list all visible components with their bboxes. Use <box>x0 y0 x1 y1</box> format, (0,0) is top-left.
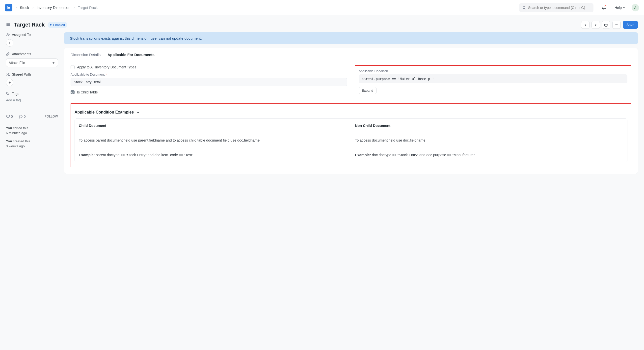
attach-file-button[interactable]: Attach File <box>6 59 58 67</box>
expand-button[interactable]: Expand <box>359 87 376 94</box>
sidebar-toggle[interactable] <box>6 22 11 28</box>
svg-point-8 <box>618 25 618 25</box>
chevron-left-icon <box>584 23 587 27</box>
svg-point-17 <box>8 73 9 74</box>
table-row: Example: parent.doctype == "Stock Entry"… <box>75 148 627 162</box>
prev-button[interactable] <box>581 21 590 29</box>
apply-all-checkbox[interactable]: Apply to All Inventory Document Types <box>70 65 347 69</box>
created-verb: created this <box>13 139 30 143</box>
like-button[interactable]: 0 <box>6 115 13 119</box>
chevron-down-icon <box>623 6 626 9</box>
created-meta: You created this 3 weeks ago <box>6 139 58 149</box>
created-time: 3 weeks ago <box>6 144 25 148</box>
crumb-inventory-dimension[interactable]: Inventory Dimension <box>37 6 70 10</box>
svg-point-16 <box>7 73 8 74</box>
examples-table: Child Document Non Child Document To acc… <box>74 119 628 162</box>
left-column: Apply to All Inventory Document Types Ap… <box>70 65 347 98</box>
chevron-right-icon <box>32 6 34 10</box>
cell-nonchild-example: doc.doctype == "Stock Entry" and doc.pur… <box>371 153 475 157</box>
sidebar-divider <box>6 122 58 122</box>
add-assignee-button[interactable] <box>6 39 14 47</box>
search-input[interactable] <box>519 3 594 12</box>
plus-icon <box>8 41 12 45</box>
page-header: Target Rack Enabled Save <box>0 15 644 32</box>
help-label: Help <box>614 6 622 10</box>
cell-child-example: parent.doctype == "Stock Entry" and doc.… <box>94 153 193 157</box>
tag-icon <box>6 92 10 96</box>
search-field[interactable] <box>528 6 590 10</box>
logo-letter: E <box>7 5 10 10</box>
add-share-button[interactable] <box>6 79 14 86</box>
assigned-to-label: Assigned To <box>12 33 31 37</box>
applicable-to-input[interactable] <box>70 78 347 86</box>
chevron-right-icon <box>594 23 598 27</box>
nav-actions: Help A <box>600 4 639 12</box>
breadcrumb: Stock Inventory Dimension Target Rack <box>15 6 98 10</box>
tab-dimension-details[interactable]: Dimension Details <box>70 53 100 60</box>
edited-verb: edited this <box>13 126 28 130</box>
dots-icon <box>614 23 618 27</box>
comment-icon <box>19 115 23 119</box>
svg-point-6 <box>615 25 616 25</box>
table-row: To access parent document field use pare… <box>75 133 627 148</box>
notification-dot <box>605 5 606 6</box>
svg-line-1 <box>525 9 526 9</box>
applicable-to-label: Applicable to Document * <box>70 73 347 76</box>
avatar[interactable]: A <box>632 4 639 12</box>
help-menu[interactable]: Help <box>614 6 626 10</box>
checkbox-checked-icon <box>70 90 74 94</box>
header-actions: Save <box>581 21 638 29</box>
tabs: Dimension Details Applicable For Documen… <box>64 48 638 60</box>
edited-time: 6 minutes ago <box>6 131 27 135</box>
is-child-checkbox[interactable]: Is Child Table <box>70 90 347 94</box>
plus-icon <box>8 81 12 84</box>
applicable-condition-label: Applicable Condition <box>359 69 628 73</box>
plus-icon <box>52 61 55 65</box>
svg-point-7 <box>616 25 617 25</box>
svg-point-0 <box>523 6 525 9</box>
alert-text: Stock transactions exists against this d… <box>70 36 202 40</box>
status-text: Enabled <box>53 23 65 27</box>
more-button[interactable] <box>612 21 621 29</box>
edited-meta: You edited this 6 minutes ago <box>6 126 58 136</box>
examples-head-nonchild: Non Child Document <box>351 119 627 133</box>
examples-section-header[interactable]: Applicable Condition Examples <box>74 107 628 119</box>
cell-nonchild-desc: To access document field use doc.fieldna… <box>351 133 627 148</box>
is-child-label: Is Child Table <box>77 90 98 94</box>
comments-count: 0 <box>24 115 26 119</box>
examples-title: Applicable Condition Examples <box>74 110 134 115</box>
status-badge: Enabled <box>48 22 67 28</box>
comments-button[interactable]: 0 <box>19 115 26 119</box>
app-logo[interactable]: E <box>5 4 12 12</box>
applicable-condition-highlight: Applicable Condition parent.purpose == '… <box>355 65 631 98</box>
print-button[interactable] <box>602 21 610 29</box>
users-icon <box>6 72 10 76</box>
example-prefix: Example: <box>355 153 371 157</box>
tab-applicable-for-documents[interactable]: Applicable For Documents <box>108 53 154 60</box>
svg-point-20 <box>7 93 8 93</box>
main-content: Stock transactions exists against this d… <box>64 32 638 174</box>
paperclip-icon <box>6 52 10 56</box>
created-by: You <box>6 139 12 143</box>
form-card: Dimension Details Applicable For Documen… <box>64 48 638 174</box>
avatar-letter: A <box>634 6 636 10</box>
form-sidebar: Assigned To Attachments Attach File Shar… <box>6 32 58 152</box>
save-button[interactable]: Save <box>623 21 638 29</box>
heart-icon <box>6 115 10 119</box>
add-tag-input[interactable]: Add a tag ... <box>6 98 58 102</box>
status-dot-icon <box>50 24 52 26</box>
print-icon <box>604 23 608 27</box>
chevron-right-icon <box>15 6 17 10</box>
required-asterisk: * <box>106 73 107 76</box>
next-button[interactable] <box>592 21 600 29</box>
applicable-condition-value[interactable]: parent.purpose == 'Material Receipt' <box>359 74 628 83</box>
notification-button[interactable] <box>600 4 607 11</box>
attachments-label: Attachments <box>12 52 31 56</box>
page-title: Target Rack <box>14 22 44 28</box>
follow-button[interactable]: FOLLOW <box>44 115 58 118</box>
chevron-right-icon <box>73 6 75 10</box>
crumb-stock[interactable]: Stock <box>20 6 29 10</box>
alert-banner: Stock transactions exists against this d… <box>64 32 638 44</box>
cell-child-desc: To access parent document field use pare… <box>75 133 351 148</box>
crumb-current: Target Rack <box>78 6 98 10</box>
